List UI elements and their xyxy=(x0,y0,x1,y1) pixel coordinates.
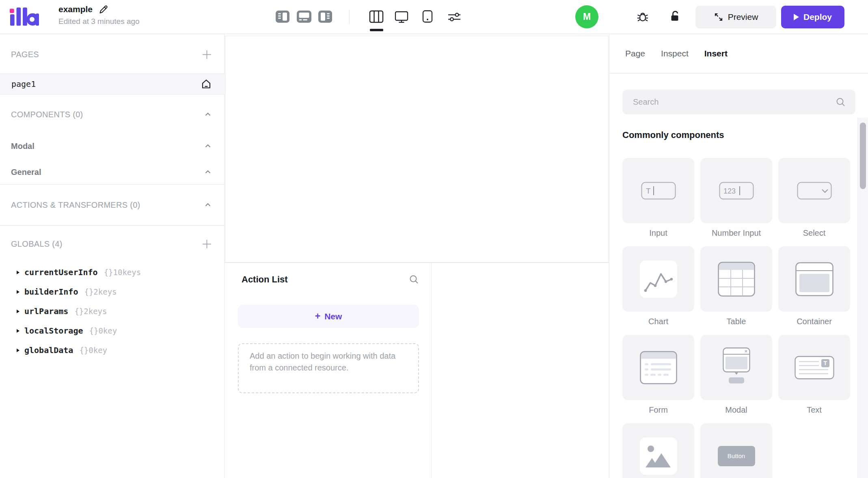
component-item-input[interactable]: T Input xyxy=(622,158,694,238)
edited-timestamp: Edited at 3 minutes ago xyxy=(58,17,140,26)
editor-canvas[interactable] xyxy=(225,36,609,263)
top-bar: example Edited at 3 minutes ago xyxy=(0,0,868,34)
component-group-modal[interactable]: Modal xyxy=(0,136,225,156)
tab-page[interactable]: Page xyxy=(625,49,645,58)
global-item-urlParams[interactable]: urlParams {}2keys xyxy=(0,301,225,321)
component-search-bar[interactable] xyxy=(622,90,855,114)
caret-right-icon[interactable] xyxy=(15,348,20,353)
component-label: Text xyxy=(807,405,822,415)
search-icon[interactable] xyxy=(408,274,420,285)
component-item-select[interactable]: Select xyxy=(778,158,850,238)
search-icon[interactable] xyxy=(835,97,846,108)
component-item-modal[interactable]: Modal xyxy=(700,335,772,415)
bug-debug-icon[interactable] xyxy=(636,10,650,24)
component-item-table[interactable]: Table xyxy=(700,246,772,327)
edit-pencil-icon[interactable] xyxy=(98,4,109,15)
component-item-image[interactable] xyxy=(622,423,694,478)
image-icon[interactable] xyxy=(622,423,694,478)
button-icon[interactable]: Button xyxy=(700,423,772,478)
form-icon[interactable] xyxy=(622,335,694,400)
unlock-icon[interactable] xyxy=(669,10,682,24)
chevron-up-icon[interactable] xyxy=(203,200,212,209)
component-item-number-input[interactable]: 123 Number Input xyxy=(700,158,772,238)
action-empty-state: Add an action to begin working with data… xyxy=(238,343,419,393)
container-icon[interactable] xyxy=(778,246,850,312)
number-input-icon[interactable]: 123 xyxy=(700,158,772,223)
component-search-input[interactable] xyxy=(633,97,835,107)
global-name: globalData xyxy=(24,345,73,355)
right-panel-scrollbar-track[interactable] xyxy=(857,118,868,478)
action-empty-hint: Add an action to begin working with data… xyxy=(250,350,402,374)
avatar[interactable]: M xyxy=(575,5,598,28)
desktop-preview-icon[interactable] xyxy=(394,10,409,24)
preview-button[interactable]: Preview xyxy=(695,6,776,28)
add-page-button[interactable] xyxy=(201,49,212,60)
global-item-localStorage[interactable]: localStorage {}0key xyxy=(0,321,225,340)
illa-logo[interactable] xyxy=(10,7,39,26)
settings-sliders-icon[interactable] xyxy=(447,11,462,24)
input-icon[interactable]: T xyxy=(622,158,694,223)
preview-button-label: Preview xyxy=(728,12,758,22)
select-icon[interactable] xyxy=(778,158,850,223)
component-item-container[interactable]: Container xyxy=(778,246,850,327)
global-name: localStorage xyxy=(24,326,83,336)
caret-right-icon[interactable] xyxy=(15,328,20,334)
svg-text:123: 123 xyxy=(723,187,736,195)
add-global-button[interactable] xyxy=(201,239,212,250)
action-editor-empty-panel xyxy=(431,263,609,478)
component-item-chart[interactable]: Chart xyxy=(622,246,694,327)
action-list-title: Action List xyxy=(242,274,288,285)
new-action-button[interactable]: + New xyxy=(238,305,419,328)
toggle-left-panel-icon[interactable] xyxy=(275,10,290,24)
caret-right-icon[interactable] xyxy=(15,270,20,275)
expand-arrows-icon xyxy=(714,12,723,22)
toggle-bottom-panel-icon[interactable] xyxy=(297,10,311,24)
component-label: Select xyxy=(803,228,826,238)
component-group-general[interactable]: General xyxy=(0,162,225,182)
avatar-initial: M xyxy=(583,11,591,22)
globals-tree: currentUserInfo {}10keys builderInfo {}2… xyxy=(0,263,225,360)
left-sidebar: PAGES page1 COMPONENTS (0) Modal Gener xyxy=(0,34,225,478)
caret-right-icon[interactable] xyxy=(15,289,20,295)
chart-icon[interactable] xyxy=(622,246,694,312)
pages-header-label: PAGES xyxy=(11,50,39,59)
component-label: Table xyxy=(727,316,746,327)
global-keys-badge: {}0key xyxy=(89,326,117,335)
components-section-header[interactable]: COMPONENTS (0) xyxy=(0,104,225,125)
svg-text:T: T xyxy=(646,187,651,195)
right-panel: Page Inspect Insert Commonly components … xyxy=(609,34,868,478)
group-label: General xyxy=(11,168,41,177)
component-label: Chart xyxy=(648,316,668,327)
chevron-up-icon[interactable] xyxy=(203,168,212,177)
chevron-up-icon[interactable] xyxy=(203,110,212,119)
right-panel-scrollbar-thumb[interactable] xyxy=(860,123,866,189)
canvas-columns-icon[interactable] xyxy=(369,10,384,24)
deploy-button-label: Deploy xyxy=(803,12,832,22)
component-item-text[interactable]: T Text xyxy=(778,335,850,415)
component-item-button[interactable]: Button xyxy=(700,423,772,478)
actions-section-header[interactable]: ACTIONS & TRANSFORMERS (0) xyxy=(0,194,225,215)
plus-icon: + xyxy=(315,311,320,322)
text-icon[interactable]: T xyxy=(778,335,850,400)
chevron-up-icon[interactable] xyxy=(203,142,212,151)
component-label: Container xyxy=(797,316,832,327)
page-list-item[interactable]: page1 xyxy=(0,73,225,95)
component-item-form[interactable]: Form xyxy=(622,335,694,415)
global-item-globalData[interactable]: globalData {}0key xyxy=(0,340,225,360)
global-keys-badge: {}10keys xyxy=(104,268,141,277)
global-item-builderInfo[interactable]: builderInfo {}2keys xyxy=(0,282,225,301)
sidebar-divider xyxy=(0,225,225,226)
tab-insert[interactable]: Insert xyxy=(704,49,728,58)
toggle-right-panel-icon[interactable] xyxy=(318,10,333,24)
modal-icon[interactable] xyxy=(700,335,772,400)
app-title: example xyxy=(58,4,93,14)
home-icon xyxy=(200,78,212,90)
component-grid: T Input 123 Number Input xyxy=(622,158,850,478)
action-list-panel: Action List + New Add an action to begin… xyxy=(225,263,431,478)
tab-inspect[interactable]: Inspect xyxy=(661,49,689,58)
deploy-button[interactable]: Deploy xyxy=(781,6,844,28)
tablet-preview-icon[interactable] xyxy=(421,10,434,23)
caret-right-icon[interactable] xyxy=(15,309,20,314)
table-icon[interactable] xyxy=(700,246,772,312)
global-item-currentUserInfo[interactable]: currentUserInfo {}10keys xyxy=(0,263,225,282)
